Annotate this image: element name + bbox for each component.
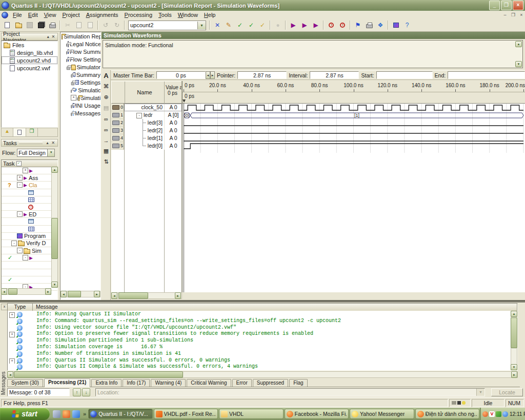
previous-message-button[interactable]: ↑ — [73, 388, 81, 396]
scroll-left-icon[interactable]: ◄ — [7, 371, 13, 378]
tab-suppressed[interactable]: Suppressed — [253, 379, 288, 387]
mdi-minimize-icon[interactable]: – — [501, 12, 509, 17]
scroll-right-icon[interactable]: ► — [511, 371, 517, 378]
simulation-settings-icon[interactable]: ✓ — [257, 20, 268, 30]
timing-analyzer-icon[interactable] — [326, 20, 337, 30]
simulator-tool-icon[interactable]: ❖ — [375, 20, 386, 30]
help-icon[interactable]: ? — [401, 20, 413, 30]
messenger-icon[interactable] — [72, 410, 80, 418]
waveform-signal-row[interactable]: 0clock_50A 0 — [111, 104, 182, 111]
location-combo[interactable]: Location: ▼ — [95, 388, 485, 396]
waveform-edit-tool-icon[interactable]: ⌘ — [102, 81, 111, 92]
panel-close-icon[interactable]: ✕ — [50, 140, 56, 146]
report-item[interactable]: Flow Settings — [60, 55, 100, 63]
menu-file[interactable]: File — [10, 11, 25, 18]
save-all-icon[interactable] — [35, 20, 47, 30]
next-message-button[interactable]: ↓ — [82, 388, 90, 396]
assignment-editor-icon[interactable]: ✎ — [223, 20, 234, 30]
tasks-vscroll-thumb[interactable] — [51, 218, 58, 259]
scroll-up-icon[interactable]: ▲ — [515, 41, 522, 47]
task-row[interactable] — [2, 262, 57, 269]
menu-edit[interactable]: Edit — [25, 11, 41, 18]
messages-vscroll-thumb[interactable] — [511, 317, 517, 348]
start-compilation-icon[interactable]: ▶ — [288, 20, 299, 30]
grid-tool-icon[interactable]: ▦ — [102, 146, 111, 156]
report-item[interactable]: Simulator — [60, 63, 100, 71]
file-item[interactable]: upcount2.vhd — [2, 56, 57, 64]
chat-icon[interactable] — [496, 411, 501, 417]
taskbar-button[interactable]: Điện tử dành cho ng... — [415, 409, 479, 419]
expand-icon[interactable]: + — [9, 332, 15, 337]
master-time-bar-handle[interactable] — [183, 99, 186, 103]
goto-tool-icon[interactable]: → — [102, 135, 111, 146]
files-root-node[interactable]: Files — [2, 41, 57, 49]
scroll-right-icon[interactable]: ► — [45, 288, 51, 295]
menu-window[interactable]: Window — [175, 11, 201, 18]
task-row[interactable] — [2, 204, 57, 211]
tab-warning-4-[interactable]: Warning (4) — [151, 379, 186, 387]
menu-project[interactable]: Project — [59, 11, 83, 18]
task-row[interactable]: ✓-▶ — [2, 254, 57, 262]
taskbar-button[interactable]: VHDL — [219, 409, 283, 419]
scroll-left-icon[interactable]: ◄ — [111, 292, 117, 299]
locate-button[interactable]: Locate — [491, 388, 523, 396]
task-row[interactable]: -Sim — [2, 247, 57, 254]
sort-tool-icon[interactable]: ⇅ — [102, 156, 111, 167]
programmer-icon[interactable] — [390, 20, 401, 30]
panel-close-icon[interactable]: ✕ — [51, 34, 56, 39]
flow-select[interactable]: Full Design ▼ — [17, 149, 55, 157]
task-row[interactable] — [2, 189, 57, 196]
name-hscroll-thumb[interactable] — [118, 292, 148, 299]
start-button[interactable]: start — [0, 408, 50, 420]
task-row[interactable] — [2, 226, 57, 233]
waveform-signal-row[interactable]: 3ledr[2]A 0 — [111, 127, 182, 134]
scroll-up-icon[interactable]: ▲ — [51, 167, 58, 173]
tab-design-units[interactable]: ❒ — [26, 128, 38, 136]
tab-system-30-[interactable]: System (30) — [7, 379, 43, 387]
task-row[interactable]: ?-▶Cla — [2, 182, 57, 189]
close-button[interactable]: × — [513, 1, 523, 10]
task-row[interactable]: +▶Ass — [2, 174, 57, 182]
task-row[interactable]: +▶ — [2, 167, 57, 174]
tab-files[interactable] — [13, 128, 26, 136]
taskbar-button[interactable]: VHDL.pdf - Foxit Re... — [154, 409, 218, 419]
mdi-close-icon[interactable]: × — [518, 12, 525, 17]
message-row[interactable]: iInfo: Simulation partitioned into 1 sub… — [8, 337, 510, 344]
report-item[interactable]: iMessages — [60, 109, 100, 117]
scroll-down-icon[interactable]: ▼ — [51, 282, 58, 288]
signal-name-cell[interactable]: ledr[2] — [124, 127, 164, 134]
task-row[interactable]: -Verify D — [2, 240, 57, 247]
taskbar-button[interactable]: Quartus II - I:/QT/V... — [88, 409, 152, 419]
task-row[interactable]: Program — [2, 233, 57, 240]
expand-icon[interactable]: - — [136, 113, 142, 118]
panel-collapse-icon[interactable]: ▴ — [45, 140, 50, 146]
tab-critical-warning[interactable]: Critical Warning — [187, 379, 231, 387]
signal-name-cell[interactable]: -ledr — [124, 111, 164, 119]
message-column-header[interactable]: Message — [33, 304, 517, 311]
panel-collapse-icon[interactable]: ▴ — [46, 34, 51, 39]
taskbar-button[interactable]: Yahoo! Messenger — [350, 409, 414, 419]
taskbar-button[interactable]: Facebook - Mozilla Fi... — [285, 409, 349, 419]
expand-icon[interactable]: - — [17, 211, 23, 217]
compiler-tool-icon[interactable] — [364, 20, 375, 30]
message-row[interactable]: iInfo: Using vector source file "I:/QT/V… — [8, 325, 510, 331]
tab-extra-info[interactable]: Extra Info — [91, 379, 122, 387]
signal-name-cell[interactable]: ledr[3] — [124, 119, 164, 127]
scroll-left-icon[interactable]: ◄ — [1, 288, 7, 295]
file-item[interactable]: design_lib.vhd — [2, 49, 57, 56]
menu-assignments[interactable]: Assignments — [83, 11, 122, 18]
spin-right-icon[interactable]: ► — [210, 71, 215, 79]
timeline-ruler[interactable]: 0 ps 0 ps20.0 ns40.0 ns60.0 ns80.0 ns100… — [183, 81, 525, 104]
scroll-up-icon[interactable]: ▲ — [511, 311, 517, 317]
message-row[interactable]: iInfo: Simulation coverage is 16.67 % — [8, 344, 510, 351]
task-row[interactable]: ✓ — [2, 276, 57, 284]
minimize-button[interactable]: _ — [489, 1, 500, 10]
paste-tool-icon[interactable]: ▤ — [102, 103, 111, 113]
expand-icon[interactable]: + — [71, 95, 76, 101]
type-column-header[interactable]: Type — [8, 304, 33, 311]
tab-flag[interactable]: Flag — [289, 379, 307, 387]
master-time-bar-value[interactable]: 0 ps — [156, 71, 206, 79]
scroll-down-icon[interactable]: ▼ — [515, 61, 522, 67]
restore-button[interactable]: ❐ — [501, 1, 512, 10]
report-item[interactable]: +Simulation — [60, 94, 100, 102]
